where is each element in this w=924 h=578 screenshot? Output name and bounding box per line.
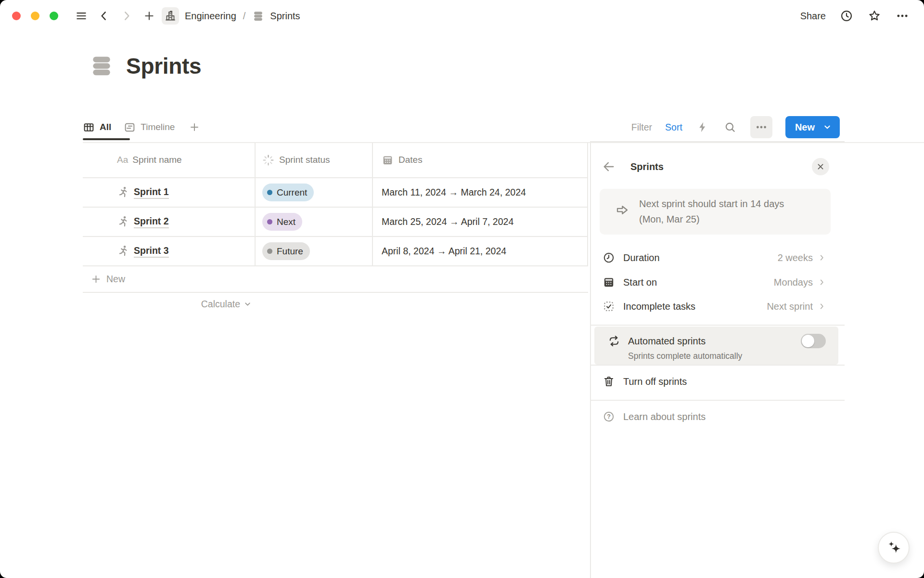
- status-badge[interactable]: Next: [262, 213, 302, 231]
- sidebar-menu-button[interactable]: [74, 9, 89, 23]
- updates-button[interactable]: [839, 9, 854, 23]
- date-range: March 25, 2024 → April 7, 2024: [382, 216, 513, 227]
- hamburger-icon: [75, 10, 88, 22]
- tab-label: Timeline: [141, 122, 175, 132]
- chevron-down-icon: [244, 300, 252, 308]
- chevron-right-icon: [120, 10, 133, 22]
- svg-text:?: ?: [607, 413, 611, 420]
- panel-divider: [591, 365, 845, 366]
- column-header-sprint-status[interactable]: Sprint status: [256, 143, 373, 177]
- sprint-page-link[interactable]: Sprint 1: [134, 186, 169, 199]
- table-row: Sprint 3 Future April 8, 2024 → April 21…: [83, 237, 588, 266]
- nav-back-button[interactable]: [97, 9, 111, 23]
- table-header-row: Aa Sprint name Sprint status Dates: [83, 143, 588, 178]
- tab-all[interactable]: All: [83, 121, 111, 133]
- automated-sprints-toggle[interactable]: [801, 334, 826, 348]
- workspace-badge[interactable]: [162, 7, 179, 25]
- chevron-right-icon: [817, 252, 827, 263]
- setting-duration[interactable]: Duration 2 weeks: [591, 246, 845, 270]
- chevron-right-icon: [817, 301, 827, 312]
- page-database-icon[interactable]: [90, 54, 114, 78]
- sprint-page-link[interactable]: Sprint 3: [134, 245, 169, 258]
- filter-button[interactable]: Filter: [631, 122, 652, 133]
- plus-icon: [189, 121, 200, 133]
- ai-assistant-button[interactable]: [878, 532, 910, 564]
- sprint-name-cell[interactable]: Sprint 2: [83, 208, 256, 236]
- dates-cell[interactable]: April 8, 2024 → April 21, 2024: [373, 237, 588, 265]
- setting-incomplete-tasks[interactable]: Incomplete tasks Next sprint: [591, 294, 845, 318]
- column-label: Sprint status: [279, 155, 330, 165]
- setting-label: Start on: [623, 277, 774, 288]
- learn-about-sprints-label: Learn about sprints: [623, 411, 706, 422]
- calendar-icon: [382, 154, 394, 166]
- chevron-left-icon: [98, 10, 110, 22]
- minimize-window-button[interactable]: [31, 12, 39, 20]
- column-header-sprint-name[interactable]: Aa Sprint name: [83, 143, 256, 177]
- add-view-button[interactable]: [187, 120, 202, 134]
- column-header-dates[interactable]: Dates: [373, 143, 588, 177]
- status-label: Future: [277, 246, 303, 257]
- table-view-icon: [83, 121, 95, 133]
- chevron-right-icon: [817, 277, 827, 288]
- help-circle-icon: ?: [603, 410, 615, 423]
- column-label: Dates: [398, 155, 423, 165]
- view-options-button[interactable]: [750, 116, 772, 138]
- sprint-name-cell[interactable]: Sprint 1: [83, 178, 256, 207]
- search-button[interactable]: [723, 120, 737, 134]
- panel-close-button[interactable]: [812, 158, 829, 175]
- running-person-icon: [117, 186, 130, 199]
- calculate-label: Calculate: [201, 299, 240, 310]
- panel-back-button[interactable]: [602, 159, 616, 174]
- panel-divider: [591, 400, 845, 401]
- setting-value: Mondays: [774, 277, 813, 288]
- zoom-window-button[interactable]: [50, 12, 58, 20]
- new-row-label: New: [106, 274, 125, 285]
- learn-about-sprints-link[interactable]: ? Learn about sprints: [591, 406, 845, 427]
- trash-icon: [603, 375, 615, 388]
- notice-line1: Next sprint should start in 14 days: [639, 196, 784, 211]
- sprint-name-cell[interactable]: Sprint 3: [83, 237, 256, 265]
- breadcrumb-workspace[interactable]: Engineering: [185, 11, 236, 22]
- breadcrumb: Engineering / Sprints: [162, 6, 300, 26]
- breadcrumb-page[interactable]: Sprints: [270, 11, 300, 22]
- calendar-icon: [603, 276, 615, 289]
- new-record-button[interactable]: New: [785, 116, 840, 138]
- favorite-button[interactable]: [867, 9, 882, 23]
- turn-off-sprints-button[interactable]: Turn off sprints: [591, 371, 845, 392]
- new-page-button[interactable]: [142, 9, 156, 23]
- status-spinner-icon: [262, 154, 274, 166]
- panel-divider: [591, 325, 845, 326]
- tab-label: All: [100, 122, 111, 132]
- sprint-status-cell[interactable]: Next: [256, 208, 373, 236]
- lightning-icon: [696, 121, 709, 133]
- automated-sprints-row[interactable]: Automated sprints Sprints complete autom…: [594, 327, 838, 365]
- sprints-table: Aa Sprint name Sprint status Dates Sprin…: [83, 143, 588, 315]
- page-title[interactable]: Sprints: [126, 53, 201, 79]
- setting-value: Next sprint: [767, 301, 813, 312]
- arrow-right-outline-icon: [615, 203, 629, 235]
- ellipsis-icon: [755, 121, 768, 133]
- sort-button[interactable]: Sort: [665, 122, 682, 133]
- dashed-checkbox-icon: [603, 300, 615, 313]
- calculate-button[interactable]: Calculate: [83, 293, 256, 315]
- nav-forward-button[interactable]: [119, 9, 134, 23]
- clock-history-icon: [840, 9, 853, 23]
- table-row: Sprint 1 Current March 11, 2024 → March …: [83, 178, 588, 208]
- share-button[interactable]: Share: [800, 11, 826, 22]
- automations-button[interactable]: [695, 120, 710, 134]
- dates-cell[interactable]: March 11, 2024 → March 24, 2024: [373, 178, 588, 207]
- setting-start-on[interactable]: Start on Mondays: [591, 270, 845, 294]
- status-badge[interactable]: Current: [262, 184, 314, 201]
- sprint-page-link[interactable]: Sprint 2: [134, 216, 169, 228]
- breadcrumb-separator: /: [243, 11, 246, 22]
- more-options-button[interactable]: [895, 9, 910, 23]
- close-window-button[interactable]: [12, 12, 21, 20]
- sprint-status-cell[interactable]: Current: [256, 178, 373, 207]
- tab-timeline[interactable]: Timeline: [124, 121, 175, 133]
- new-row-button[interactable]: New: [83, 266, 588, 293]
- status-badge[interactable]: Future: [262, 242, 310, 260]
- dates-cell[interactable]: March 25, 2024 → April 7, 2024: [373, 208, 588, 236]
- sprint-status-cell[interactable]: Future: [256, 237, 373, 265]
- status-dot: [267, 190, 272, 195]
- setting-label: Duration: [623, 252, 778, 263]
